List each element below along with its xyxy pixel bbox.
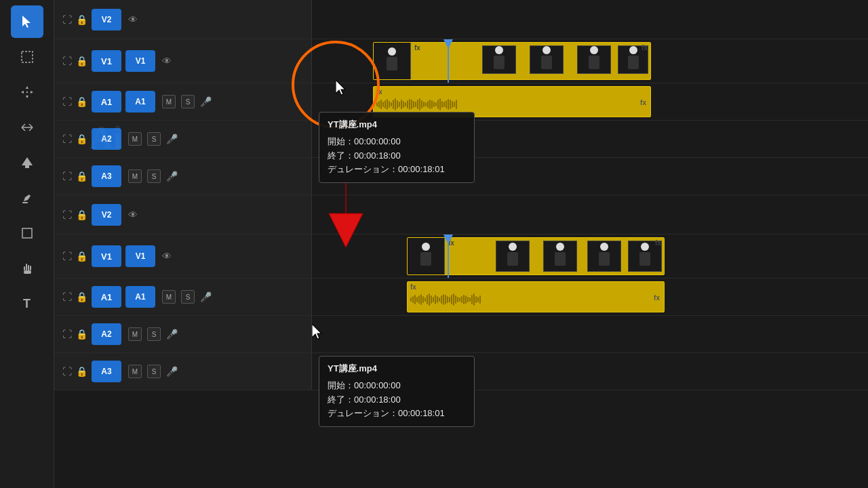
camera-icon-v1-bot[interactable]: ⛶ [62,251,72,262]
track-content-v2-top [312,0,868,39]
mute-btn-a3-bot[interactable]: M [128,365,142,378]
svg-rect-21 [24,270,31,274]
lock-icon-a2-bot[interactable]: 🔒 [76,329,87,340]
clip-thumb-bot-3 [543,241,577,272]
mic-icon-a3-top[interactable]: 🎤 [166,171,178,182]
eye-icon-v1-top[interactable]: 👁 [162,56,172,66]
mute-btn-a2-top[interactable]: M [128,132,142,146]
track-v1-bot-label1[interactable]: V1 [92,245,121,267]
tooltip-bot-end: 終了：00:00:18:00 [328,393,466,407]
clip-fx-a1-top: fx [376,88,382,96]
camera-icon-a1-top[interactable]: ⛶ [62,96,72,107]
mic-icon-a2-top[interactable]: 🎤 [166,134,178,144]
mute-btn-a2-bot[interactable]: M [128,327,142,341]
track-v2-top-label[interactable]: V2 [92,9,121,30]
track-icons-v1-bot: ⛶ [62,251,72,262]
expand-tool[interactable] [11,111,43,144]
lock-icon-v2-mid[interactable]: 🔒 [76,209,87,220]
camera-icon-a3-bot[interactable]: ⛶ [62,366,72,377]
mute-btn-a1-bot[interactable]: M [162,290,176,304]
lock-icon-a3-top[interactable]: 🔒 [76,171,87,182]
lock-icon-v2-top[interactable]: 🔒 [76,14,87,25]
svg-rect-15 [22,202,28,203]
track-content-v1-top[interactable]: fx fx [312,39,868,83]
solo-btn-a3-top[interactable]: S [147,169,161,183]
track-a3-top-name[interactable]: A3 [92,165,121,187]
eye-icon-v2-mid[interactable]: 👁 [128,209,138,220]
track-header-a3-top: ⛶ 🔒 A3 M S 🎤 [54,158,312,195]
clip-a1-top[interactable]: fx fx [373,86,651,117]
clip-thumbnail-bot-1 [408,238,445,274]
track-a2-bot-name[interactable]: A2 [92,323,121,345]
lock-icon-a1-bot[interactable]: 🔒 [76,291,87,302]
pf2 [490,46,509,73]
track-icons-a1-top: ⛶ [62,96,72,107]
solo-btn-a2-top[interactable]: S [147,132,161,146]
svg-rect-16 [22,228,32,238]
track-a2-top-name[interactable]: A2 [92,128,121,150]
mic-icon-a3-bot[interactable]: 🎤 [166,366,178,377]
camera-icon-v2-top[interactable]: ⛶ [62,14,72,25]
track-v2-mid-name[interactable]: V2 [92,204,121,226]
clip-v1-top[interactable]: fx fx [373,42,651,80]
camera-icon-a1-bot[interactable]: ⛶ [62,291,72,302]
track-header-a1-bot: ⛶ 🔒 A1 A1 M S 🎤 [54,279,312,315]
solo-btn-a3-bot[interactable]: S [147,365,161,378]
track-header-a2-top: ⛶ 🔒 A2 M S 🎤 [54,121,312,157]
erase-tool[interactable] [11,146,43,179]
track-content-v1-bot[interactable]: fx fx [312,235,868,278]
clip-v1-bot[interactable]: fx fx [407,237,665,275]
camera-icon-a2-top[interactable]: ⛶ [62,134,72,144]
track-content-a1-top[interactable]: fx fx [312,83,868,120]
track-header-a3-bot: ⛶ 🔒 A3 M S 🎤 [54,353,312,390]
track-a3-bot-name[interactable]: A3 [92,361,121,382]
eye-icon-v2-top[interactable]: 👁 [128,14,138,25]
track-content-a1-bot[interactable]: fx fx [312,279,868,315]
select-tool[interactable] [11,5,43,38]
text-tool[interactable]: T [11,287,43,320]
track-a1-top-name[interactable]: A1 [125,91,155,113]
track-icons-a3-bot: ⛶ [62,366,72,377]
lock-icon-a3-bot[interactable]: 🔒 [76,366,87,377]
track-a1-bot-label1[interactable]: A1 [92,286,121,308]
track-right-icons-v2-top: 👁 [128,14,138,25]
camera-icon-v1-top[interactable]: ⛶ [62,56,72,66]
mic-icon-a1-bot[interactable]: 🎤 [200,291,212,302]
track-a1-bot-name[interactable]: A1 [125,286,155,308]
mic-icon-a1-top[interactable]: 🎤 [200,96,212,107]
lock-icon-v1-top[interactable]: 🔒 [76,56,87,66]
lock-icon-a1-top[interactable]: 🔒 [76,96,87,107]
rect-tool[interactable] [11,217,43,249]
track-v1-top-name[interactable]: V1 [125,50,155,72]
track-icons-a2-bot: ⛶ [62,329,72,340]
camera-icon-a2-bot[interactable]: ⛶ [62,329,72,340]
track-v1-bot-name[interactable]: V1 [125,245,155,267]
clip-thumb-2 [482,45,516,74]
svg-rect-13 [25,165,29,168]
solo-btn-a2-bot[interactable]: S [147,327,161,341]
track-a1-top-label1[interactable]: A1 [92,91,121,113]
svg-marker-12 [22,157,33,165]
clip-thumb-3 [530,45,564,74]
track-header-v2-top: ⛶ 🔒 V2 👁 [54,0,312,39]
camera-icon-v2-mid[interactable]: ⛶ [62,209,72,220]
track-right-icons-v1-top: 👁 [162,56,172,66]
draw-tool[interactable] [11,182,43,214]
mute-btn-a3-top[interactable]: M [128,169,142,183]
pf3 [537,46,556,73]
clip-a1-bot[interactable]: fx fx [407,281,665,312]
hand-tool[interactable] [11,252,43,285]
marquee-tool[interactable] [11,41,43,73]
lock-icon-v1-bot[interactable]: 🔒 [76,251,87,262]
mic-icon-a2-bot[interactable]: 🎤 [166,329,178,340]
lock-icon-a2-top[interactable]: 🔒 [76,134,87,144]
track-v1-top-label1[interactable]: V1 [92,50,121,72]
camera-icon-a3-top[interactable]: ⛶ [62,171,72,182]
move-tool[interactable] [11,76,43,108]
tooltip-bot-duration: デュレーション：00:00:18:01 [328,407,466,421]
eye-icon-v1-bot[interactable]: 👁 [162,251,172,262]
mute-btn-a1-top[interactable]: M [162,95,176,108]
solo-btn-a1-top[interactable]: S [181,95,195,108]
solo-btn-a1-bot[interactable]: S [181,290,195,304]
clip-fx-a1-bot-right: fx [654,294,660,302]
